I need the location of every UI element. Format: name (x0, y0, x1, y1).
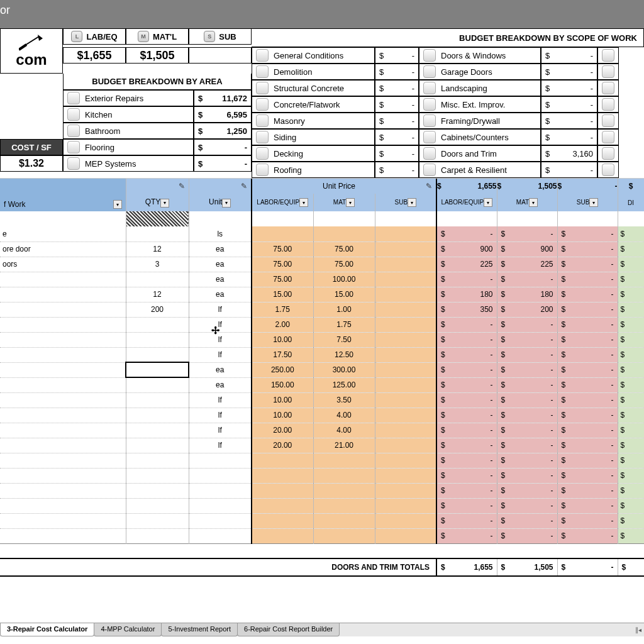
scope-item[interactable]: Misc. Ext. Improv. (419, 96, 541, 113)
checkbox-icon[interactable] (256, 131, 269, 143)
col-diy[interactable]: DI (618, 194, 644, 211)
table-row[interactable]: ea150.00125.00$-$-$-$ (0, 377, 644, 392)
checkbox-icon[interactable] (256, 98, 269, 111)
pencil-icon[interactable]: ✎ (426, 182, 432, 191)
scope-item[interactable]: Doors and Trim (419, 145, 541, 162)
scope-item[interactable]: Siding (252, 129, 375, 145)
scope-item[interactable]: Framing/Drywall (419, 113, 541, 129)
scope-item[interactable]: Demolition (252, 64, 375, 80)
scope-extra[interactable] (597, 129, 619, 145)
checkbox-icon[interactable] (423, 82, 436, 94)
scope-item[interactable]: Doors & Windows (419, 47, 541, 64)
area-item[interactable]: Flooring (63, 139, 194, 155)
table-row[interactable]: lf17.5012.50$-$-$-$ (0, 347, 644, 362)
checkbox-icon[interactable] (67, 92, 80, 104)
col-sub[interactable]: SUB▾ (375, 194, 436, 211)
col-labor[interactable]: LABOR/EQUIP▾ (252, 194, 313, 211)
pencil-icon[interactable]: ✎ (241, 182, 247, 191)
sheet-tab[interactable]: 3-Repair Cost Calculator (0, 623, 94, 636)
checkbox-icon[interactable] (256, 147, 269, 160)
checkbox-icon[interactable] (602, 114, 614, 127)
table-row[interactable]: lf10.007.50$-$-$-$ (0, 332, 644, 347)
sheet-tab[interactable]: 5-Investment Report (161, 623, 238, 636)
scope-item[interactable]: Decking (252, 145, 375, 162)
col-sub2[interactable]: SUB▾ (557, 194, 618, 211)
scope-item[interactable]: Landscaping (419, 80, 541, 96)
table-row[interactable]: 12ea15.0015.00$180$180$-$ (0, 287, 644, 302)
table-row[interactable]: $-$-$-$ (0, 513, 644, 528)
scope-item[interactable]: General Conditions (252, 47, 375, 64)
scope-extra[interactable] (597, 47, 619, 64)
table-row[interactable]: $-$-$-$ (0, 468, 644, 483)
data-grid[interactable]: f Work▾ ✎ ✎ Unit Price✎ $1,655 $1,505 $-… (0, 179, 644, 577)
checkbox-icon[interactable] (423, 147, 436, 160)
table-row[interactable]: $-$-$-$ (0, 498, 644, 513)
scope-item[interactable]: Masonry (252, 113, 375, 129)
table-row[interactable]: ore door12ea75.0075.00$900$900$-$ (0, 242, 644, 257)
table-row[interactable]: lf2.001.75$-$-$-$ (0, 317, 644, 332)
checkbox-icon[interactable] (423, 131, 436, 143)
table-row[interactable]: ea250.00300.00$-$-$-$ (0, 362, 644, 377)
col-mat2[interactable]: MAT▾ (497, 194, 557, 211)
col-unit[interactable]: Unit▾ (189, 194, 252, 211)
header-matl-btn[interactable]: M MAT'L (126, 28, 189, 45)
scope-extra[interactable] (597, 64, 619, 80)
sheet-tab-bar[interactable]: 3-Repair Cost Calculator 4-MPP Calculato… (0, 623, 644, 636)
sheet-tab[interactable]: 4-MPP Calculator (94, 623, 162, 636)
col-scope[interactable]: f Work▾ (0, 179, 126, 211)
filter-arrow-icon[interactable]: ▾ (408, 198, 416, 207)
checkbox-icon[interactable] (602, 82, 614, 94)
table-row[interactable]: lf20.0021.00$-$-$-$ (0, 438, 644, 453)
checkbox-icon[interactable] (602, 164, 614, 176)
table-row[interactable]: els$-$-$-$ (0, 226, 644, 242)
scope-item[interactable]: Concrete/Flatwork (252, 96, 375, 113)
area-item[interactable]: Exterior Repairs (63, 90, 194, 106)
scope-extra[interactable] (597, 80, 619, 96)
scope-extra[interactable] (597, 162, 619, 178)
checkbox-icon[interactable] (602, 131, 614, 143)
checkbox-icon[interactable] (256, 114, 269, 127)
checkbox-icon[interactable] (67, 141, 80, 153)
scope-extra[interactable] (597, 145, 619, 162)
checkbox-icon[interactable] (602, 49, 614, 62)
checkbox-icon[interactable] (256, 49, 269, 62)
area-item[interactable]: Kitchen (63, 106, 194, 123)
scope-item[interactable]: Roofing (252, 162, 375, 178)
table-row[interactable]: $-$-$-$ (0, 483, 644, 498)
checkbox-icon[interactable] (67, 157, 80, 170)
area-item[interactable]: Bathroom (63, 123, 194, 139)
checkbox-icon[interactable] (256, 65, 269, 78)
col-labor2[interactable]: LABOR/EQUIP▾ (436, 194, 497, 211)
scope-item[interactable]: Cabinets/Counters (419, 129, 541, 145)
checkbox-icon[interactable] (423, 65, 436, 78)
col-qty[interactable]: QTY▾ (126, 194, 189, 211)
checkbox-icon[interactable] (423, 49, 436, 62)
table-row[interactable]: ea75.00100.00$-$-$-$ (0, 272, 644, 287)
checkbox-icon[interactable] (602, 65, 614, 78)
checkbox-icon[interactable] (423, 98, 436, 111)
checkbox-icon[interactable] (602, 98, 614, 111)
filter-arrow-icon[interactable]: ▾ (484, 198, 492, 207)
checkbox-icon[interactable] (602, 147, 614, 160)
table-row[interactable]: oors3ea75.0075.00$225$225$-$ (0, 257, 644, 272)
filter-arrow-icon[interactable]: ▾ (299, 198, 308, 207)
area-item[interactable]: MEP Systems (63, 155, 194, 172)
table-row[interactable]: lf10.003.50$-$-$-$ (0, 392, 644, 408)
header-labeq-btn[interactable]: L LAB/EQ (63, 28, 126, 45)
header-sub-btn[interactable]: S SUB (189, 28, 252, 45)
scope-extra[interactable] (597, 113, 619, 129)
table-row[interactable]: lf20.004.00$-$-$-$ (0, 423, 644, 438)
filter-arrow-icon[interactable]: ▾ (160, 199, 169, 208)
scope-extra[interactable] (597, 96, 619, 113)
table-row[interactable]: lf10.004.00$-$-$-$ (0, 408, 644, 423)
sheet-tab[interactable]: 6-Repair Cost Report Builder (237, 623, 340, 636)
table-row[interactable]: $-$-$-$ (0, 528, 644, 543)
checkbox-icon[interactable] (256, 164, 269, 176)
filter-arrow-icon[interactable]: ▾ (589, 198, 598, 207)
pencil-icon[interactable]: ✎ (179, 182, 185, 191)
tab-scroll-icon[interactable]: ∥◂ (633, 623, 644, 636)
checkbox-icon[interactable] (256, 82, 269, 94)
checkbox-icon[interactable] (423, 114, 436, 127)
scope-item[interactable]: Structural Concrete (252, 80, 375, 96)
filter-arrow-icon[interactable]: ▾ (529, 198, 538, 207)
